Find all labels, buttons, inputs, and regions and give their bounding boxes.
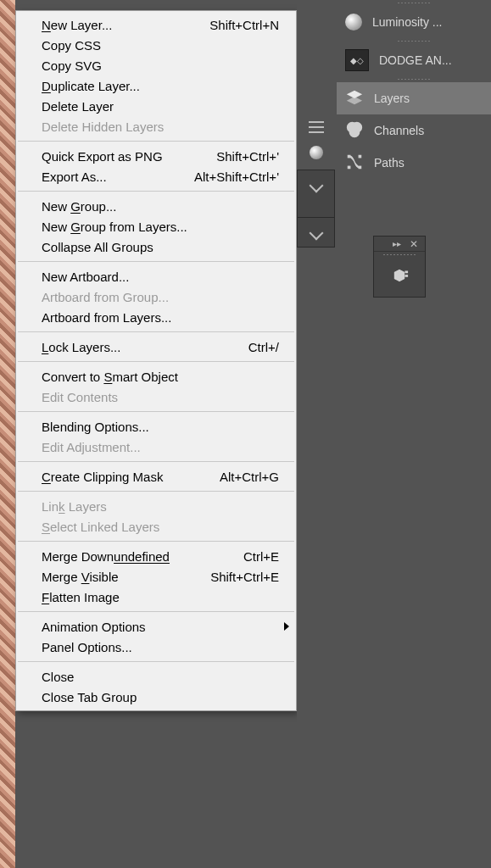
menu-item-label: Flatten Image [42, 590, 120, 604]
panel-tab-label: Paths [374, 156, 405, 170]
panel-tab-paths[interactable]: Paths [337, 147, 491, 179]
menu-item-export-as[interactable]: Export As...Alt+Shift+Ctrl+' [16, 166, 296, 186]
menu-item-create-clipping-mask[interactable]: Create Clipping MaskAlt+Ctrl+G [16, 466, 296, 487]
menu-item-convert-to-smart-object[interactable]: Convert to Smart Object [16, 366, 296, 387]
svg-marker-1 [347, 97, 362, 104]
menu-item-animation-options[interactable]: Animation Options [16, 616, 296, 637]
svg-point-4 [350, 127, 360, 136]
chevron-down-icon [309, 179, 323, 193]
panel-grip[interactable] [374, 252, 425, 258]
menu-separator [18, 541, 294, 542]
menu-item-shortcut: Ctrl+E [243, 549, 279, 564]
menu-item-label: Artboard from Group... [42, 290, 169, 304]
menu-item-copy-svg[interactable]: Copy SVG [16, 55, 296, 75]
collapsed-panel-group-2[interactable] [297, 217, 335, 248]
menu-item-merge-visible[interactable]: Merge VisibleShift+Ctrl+E [16, 566, 296, 587]
menu-item-copy-css[interactable]: Copy CSS [16, 35, 296, 55]
menu-item-label: Export As... [42, 170, 107, 184]
menu-item-close[interactable]: Close [16, 666, 296, 687]
svg-rect-12 [405, 275, 408, 277]
menu-item-new-layer[interactable]: New Layer...Shift+Ctrl+N [16, 14, 296, 35]
menu-item-label: New Layer... [42, 18, 112, 32]
menu-item-label: Blending Options... [42, 420, 149, 434]
menu-item-label: Convert to Smart Object [42, 370, 178, 384]
submenu-arrow-icon [284, 622, 289, 631]
mini-3d-panel[interactable]: ▸▸ ✕ [373, 236, 426, 298]
menu-item-label: Collapse All Groups [42, 240, 153, 254]
menu-item-edit-adjustment: Edit Adjustment... [16, 437, 296, 457]
menu-item-delete-hidden-layers: Delete Hidden Layers [16, 116, 296, 136]
menu-item-label: Edit Adjustment... [42, 440, 141, 454]
menu-item-label: Merge Downundefined [42, 549, 170, 564]
paths-icon [345, 153, 364, 174]
menu-separator [18, 611, 294, 612]
menu-item-shortcut: Shift+Ctrl+E [210, 570, 279, 584]
panel-tab-label: DODGE AN... [379, 53, 452, 67]
collapse-arrow-icon[interactable]: ▸▸ [393, 239, 401, 248]
menu-item-new-artboard[interactable]: New Artboard... [16, 266, 296, 287]
menu-item-label: Close Tab Group [42, 690, 137, 704]
svg-rect-11 [405, 271, 408, 274]
menu-item-label: Merge Visible [42, 570, 119, 584]
menu-item-quick-export-as-png[interactable]: Quick Export as PNGShift+Ctrl+' [16, 146, 296, 166]
menu-item-label: Panel Options... [42, 640, 132, 654]
menu-item-shortcut: Shift+Ctrl+N [209, 18, 279, 32]
menu-item-shortcut: Ctrl+/ [248, 340, 279, 354]
svg-rect-7 [348, 165, 351, 169]
menu-separator [18, 411, 294, 412]
panel-tab-channels[interactable]: Channels [337, 114, 491, 147]
channels-icon [345, 120, 364, 142]
menu-item-select-linked-layers: Select Linked Layers [16, 516, 296, 537]
menu-item-lock-layers[interactable]: Lock Layers...Ctrl+/ [16, 337, 296, 357]
menu-item-label: Delete Layer [42, 99, 114, 114]
menu-separator [18, 261, 294, 262]
menu-item-duplicate-layer[interactable]: Duplicate Layer... [16, 75, 296, 96]
panel-tab-luminosity[interactable]: Luminosity ... [337, 6, 491, 38]
menu-item-delete-layer[interactable]: Delete Layer [16, 96, 296, 116]
layer-context-menu: New Layer...Shift+Ctrl+NCopy CSSCopy SVG… [15, 10, 297, 711]
svg-rect-6 [359, 154, 362, 158]
menu-item-label: Artboard from Layers... [42, 310, 171, 325]
menu-item-edit-contents: Edit Contents [16, 387, 296, 407]
panel-grip[interactable] [337, 76, 491, 82]
menu-item-collapse-all-groups[interactable]: Collapse All Groups [16, 236, 296, 257]
radial-icon [345, 14, 362, 31]
menu-separator [18, 331, 294, 332]
panel-tab-layers[interactable]: Layers [337, 82, 491, 114]
menu-item-label: Lock Layers... [42, 340, 120, 354]
menu-item-artboard-from-layers[interactable]: Artboard from Layers... [16, 307, 296, 327]
menu-item-label: Create Clipping Mask [42, 470, 163, 484]
menu-item-flatten-image[interactable]: Flatten Image [16, 587, 296, 607]
chevron-down-icon [309, 226, 323, 241]
menu-separator [18, 661, 294, 662]
menu-item-shortcut: Shift+Ctrl+' [216, 149, 279, 164]
menu-item-new-group-from-layers[interactable]: New Group from Layers... [16, 216, 296, 236]
menu-item-label: Copy CSS [42, 38, 101, 53]
menu-item-label: New Artboard... [42, 270, 129, 284]
menu-item-label: Delete Hidden Layers [42, 120, 164, 134]
menu-item-new-group[interactable]: New Group... [16, 196, 296, 216]
menu-separator [18, 491, 294, 492]
menu-separator [18, 141, 294, 142]
menu-item-label: Select Linked Layers [42, 520, 159, 534]
menu-item-label: Duplicate Layer... [42, 79, 140, 93]
canvas-texture-edge [0, 0, 15, 868]
3d-cube-icon[interactable] [390, 266, 409, 285]
menu-item-label: New Group from Layers... [42, 220, 187, 234]
panel-menu-icon[interactable] [303, 115, 330, 139]
right-panel-dock: Luminosity ...◆◇DODGE AN...LayersChannel… [337, 0, 491, 868]
panel-grip[interactable] [337, 0, 491, 6]
panel-tab-label: Layers [374, 92, 410, 105]
menu-item-label: New Group... [42, 199, 116, 214]
menu-item-blending-options[interactable]: Blending Options... [16, 416, 296, 437]
menu-item-merge-down[interactable]: Merge DownundefinedCtrl+E [16, 546, 296, 566]
menu-item-shortcut: Alt+Shift+Ctrl+' [194, 170, 279, 184]
menu-item-close-tab-group[interactable]: Close Tab Group [16, 687, 296, 707]
panel-bullet-icon[interactable] [303, 144, 330, 161]
menu-item-label: Animation Options [42, 620, 146, 634]
menu-item-label: Close [42, 670, 74, 684]
panel-grip[interactable] [337, 38, 491, 44]
panel-tab-dodge-an[interactable]: ◆◇DODGE AN... [337, 44, 491, 76]
menu-item-panel-options[interactable]: Panel Options... [16, 637, 296, 657]
close-icon[interactable]: ✕ [410, 238, 418, 250]
